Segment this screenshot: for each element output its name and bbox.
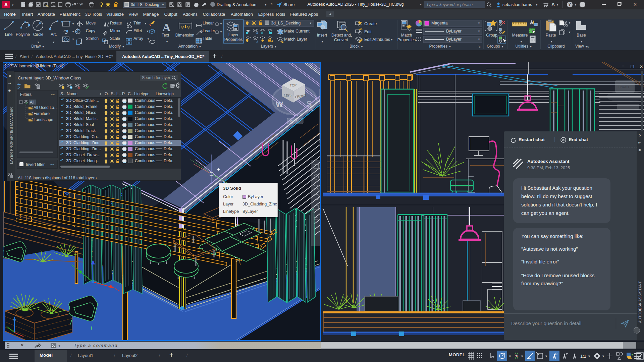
svg-text:▼: ▼ <box>321 40 324 43</box>
svg-text:1:1: 1:1 <box>580 354 586 359</box>
svg-text:Defa.: Defa. <box>164 159 173 163</box>
svg-text:Continuous: Continuous <box>135 104 155 109</box>
svg-text:▼: ▼ <box>390 38 393 41</box>
svg-text:3D_Bifold_Mastic: 3D_Bifold_Mastic <box>66 116 97 121</box>
svg-text:Defa.: Defa. <box>164 153 173 157</box>
svg-text:Defa.: Defa. <box>164 98 173 103</box>
svg-text:3D_Bifold_Frame: 3D_Bifold_Frame <box>66 104 98 109</box>
svg-text:Defa.: Defa. <box>164 134 173 139</box>
svg-text:Match Layer: Match Layer <box>284 37 307 42</box>
svg-text:3D_Bifold_Seal: 3D_Bifold_Seal <box>66 122 94 127</box>
svg-text:Landscape: Landscape <box>34 117 53 122</box>
svg-text:3D_Cladding_Zin…: 3D_Cladding_Zin… <box>66 146 101 151</box>
svg-text:All Used La…: All Used La… <box>34 105 57 110</box>
svg-text:▼: ▼ <box>580 40 583 43</box>
svg-text:▼: ▼ <box>147 38 150 41</box>
svg-text:▼: ▼ <box>478 38 480 41</box>
svg-text:Defa.: Defa. <box>164 140 173 145</box>
svg-text:3D_Bifold_Track: 3D_Bifold_Track <box>66 128 96 133</box>
svg-text:▼: ▼ <box>72 38 74 41</box>
svg-text:▼: ▼ <box>52 41 55 44</box>
svg-text:Magenta: Magenta <box>431 21 448 25</box>
svg-text:▼: ▼ <box>521 355 524 358</box>
svg-text:Defa.: Defa. <box>164 116 173 121</box>
svg-text:Continuous: Continuous <box>135 153 155 157</box>
svg-text:S: S <box>307 100 312 108</box>
svg-text:▼: ▼ <box>309 22 312 25</box>
svg-text:3D_Cladding_Co…: 3D_Cladding_Co… <box>66 134 101 139</box>
svg-text:▼: ▼ <box>568 21 571 24</box>
svg-text:Edit Attributes: Edit Attributes <box>364 37 390 42</box>
svg-text:W: W <box>276 100 283 109</box>
svg-text:▼: ▼ <box>568 31 571 34</box>
svg-text:▼: ▼ <box>545 355 548 358</box>
svg-text:Create: Create <box>364 21 377 26</box>
svg-text:3D-Office-Chair-…: 3D-Office-Chair-… <box>66 98 99 103</box>
svg-text:Defa.: Defa. <box>164 104 173 109</box>
svg-text:▼: ▼ <box>166 40 168 43</box>
svg-text:▼: ▼ <box>478 30 480 33</box>
svg-text:Continuous: Continuous <box>135 110 155 115</box>
svg-text:▼: ▼ <box>37 41 40 44</box>
svg-text:ByLayer: ByLayer <box>446 37 462 42</box>
svg-text:WCS: WCS <box>290 119 299 123</box>
svg-text:▼: ▼ <box>146 30 149 33</box>
svg-text:Continuous: Continuous <box>135 116 155 121</box>
svg-text:Continuous: Continuous <box>135 98 155 103</box>
svg-text:Defa.: Defa. <box>164 146 173 151</box>
svg-text:FRONT: FRONT <box>619 85 630 88</box>
svg-text:Continuous: Continuous <box>135 134 155 139</box>
svg-text:▼: ▼ <box>508 355 512 358</box>
svg-text:3D_Bifold_Glass: 3D_Bifold_Glass <box>66 110 96 115</box>
svg-text:3d_LS_Decking: 3d_LS_Decking <box>271 21 301 25</box>
svg-text:▼: ▼ <box>478 22 480 25</box>
svg-text:TOP: TOP <box>290 83 297 87</box>
svg-text:▼: ▼ <box>72 30 74 33</box>
svg-text:Continuous: Continuous <box>135 128 155 133</box>
svg-text:▼: ▼ <box>144 22 147 25</box>
svg-text:Edit: Edit <box>364 29 372 34</box>
svg-text:Make Current: Make Current <box>284 29 310 34</box>
svg-text:A: A <box>162 21 171 34</box>
svg-text:Defa.: Defa. <box>164 110 173 115</box>
svg-text:Continuous: Continuous <box>135 140 155 145</box>
svg-text:ByLayer: ByLayer <box>446 29 462 34</box>
svg-text:Continuous: Continuous <box>135 146 155 151</box>
svg-text:3D_Cladding_Zinc: 3D_Cladding_Zinc <box>66 140 99 145</box>
svg-text:Defa.: Defa. <box>164 122 173 127</box>
svg-text:All: All <box>30 100 34 105</box>
svg-text:▼: ▼ <box>550 40 553 43</box>
svg-text:Defa.: Defa. <box>164 128 173 133</box>
svg-text:▼: ▼ <box>588 355 591 358</box>
svg-text:Furniture: Furniture <box>34 111 50 116</box>
svg-text:3D_Closet_Draw…: 3D_Closet_Draw… <box>66 153 101 157</box>
svg-text:▼: ▼ <box>602 355 605 358</box>
svg-text:Continuous: Continuous <box>135 159 155 163</box>
svg-text:▼: ▼ <box>520 40 523 43</box>
svg-text:▼: ▼ <box>72 22 74 25</box>
svg-text:3D_Closet_Hang…: 3D_Closet_Hang… <box>66 159 101 163</box>
svg-text:Continuous: Continuous <box>135 122 155 127</box>
